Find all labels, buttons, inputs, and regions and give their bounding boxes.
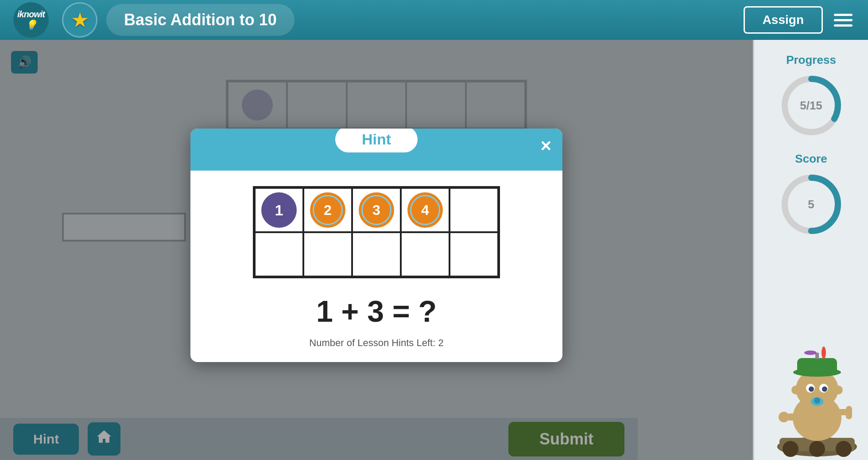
menu-icon-line	[834, 14, 852, 16]
mascot-svg	[766, 345, 868, 460]
tf-cell-0-3: 4	[401, 188, 450, 232]
hint-equation: 1 + 3 = ?	[316, 294, 437, 328]
tf-cell-1-0	[255, 232, 303, 277]
menu-button[interactable]	[832, 12, 855, 29]
score-value: 5	[808, 198, 814, 211]
hint-modal: Hint × 1 2	[190, 129, 562, 362]
svg-point-7	[779, 412, 789, 422]
hint-close-button[interactable]: ×	[540, 135, 551, 156]
menu-icon-line	[834, 24, 852, 27]
svg-point-15	[822, 347, 826, 359]
tf-cell-1-4	[450, 232, 498, 277]
counter-orange-3: 3	[359, 192, 394, 228]
svg-rect-12	[797, 358, 837, 375]
progress-circle: 5/15	[778, 72, 845, 139]
svg-point-19	[822, 386, 827, 392]
counter-orange-2: 2	[310, 192, 345, 228]
logo-area: iknowit 💡	[13, 2, 49, 38]
svg-point-14	[804, 351, 817, 355]
svg-point-4	[836, 441, 852, 457]
header: iknowit 💡 ★ Basic Addition to 10 Assign	[0, 0, 868, 40]
score-circle: 5	[778, 171, 845, 238]
tf-cell-0-4	[450, 188, 498, 232]
bulb-icon: 💡	[25, 19, 37, 31]
star-icon: ★	[71, 8, 89, 32]
main-area: 🔊	[0, 40, 868, 460]
tf-cell-0-0: 1	[255, 188, 303, 232]
svg-point-18	[809, 386, 814, 392]
logo: iknowit 💡	[13, 2, 49, 38]
header-right: Assign	[744, 6, 855, 34]
star-badge: ★	[62, 2, 97, 38]
svg-point-23	[834, 386, 843, 394]
svg-rect-9	[846, 406, 852, 419]
hints-left-text: Number of Lesson Hints Left: 2	[309, 337, 443, 349]
tf-cell-1-2	[352, 232, 401, 277]
assign-button[interactable]: Assign	[744, 6, 823, 34]
score-label: Score	[795, 152, 827, 166]
tf-cell-0-1: 2	[303, 188, 352, 232]
tf-cell-1-1	[303, 232, 352, 277]
menu-icon-line	[834, 19, 852, 21]
tf-cell-1-3	[401, 232, 450, 277]
counter-orange-4: 4	[407, 192, 443, 228]
progress-value: 5/15	[800, 99, 822, 113]
progress-label: Progress	[786, 53, 836, 67]
svg-point-22	[791, 386, 800, 394]
counter-purple-1: 1	[261, 192, 297, 228]
lesson-title: Basic Addition to 10	[106, 4, 294, 36]
svg-point-2	[783, 441, 798, 457]
svg-point-21	[814, 398, 820, 404]
ten-frame: 1 2 3 4	[253, 186, 500, 278]
content-area: 🔊	[0, 40, 753, 460]
sidebar: Progress 5/15 Score 5	[753, 40, 868, 460]
svg-point-3	[809, 441, 825, 457]
mascot-area	[766, 345, 868, 460]
hint-tab-label: Hint	[335, 129, 418, 152]
tf-cell-0-2: 3	[352, 188, 401, 232]
hint-modal-body: 1 2 3 4	[190, 171, 562, 362]
hint-modal-header: Hint ×	[190, 129, 562, 171]
